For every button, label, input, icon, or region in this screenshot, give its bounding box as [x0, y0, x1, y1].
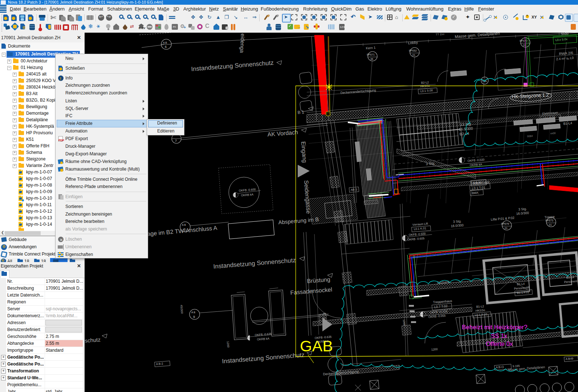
svg-text:01: 01 — [412, 54, 415, 56]
svg-text:3 Stg.: 3 Stg. — [518, 207, 527, 211]
svg-text:SPS52: SPS52 — [409, 49, 417, 52]
svg-text:xx00: xx00 — [550, 132, 556, 135]
svg-text:B1-L4: B1-L4 — [517, 282, 525, 286]
svg-text:eidenga: eidenga — [239, 33, 246, 53]
svg-text:Kern 1: Kern 1 — [366, 46, 375, 50]
svg-text:01: 01 — [549, 224, 552, 226]
svg-text:Offerte 0x: Offerte 0x — [486, 340, 513, 347]
svg-text:9.195: 9.195 — [512, 364, 520, 368]
svg-text:6: 6 — [165, 45, 167, 49]
svg-text:01: 01 — [505, 227, 508, 229]
svg-text:BMA: BMA — [472, 191, 479, 195]
svg-text:1200: 1200 — [226, 341, 230, 348]
svg-text:A B: A B — [163, 41, 167, 44]
svg-text:Lobby: Lobby — [408, 40, 418, 45]
svg-text:0084: 0084 — [527, 135, 533, 138]
svg-text:A B-41: A B-41 — [473, 181, 482, 185]
svg-text:SPS72: SPS72 — [520, 40, 528, 42]
svg-text:1200: 1200 — [402, 319, 406, 326]
svg-text:A B49: A B49 — [565, 357, 574, 361]
svg-text:9: 9 — [193, 315, 195, 319]
svg-text:SS 1x: SS 1x — [491, 332, 508, 339]
svg-text:1200: 1200 — [431, 348, 438, 351]
svg-text:A B: A B — [182, 224, 186, 226]
svg-text:AB-3: AB-3 — [350, 188, 357, 192]
svg-text:3 Stg.: 3 Stg. — [453, 219, 461, 224]
svg-text:A B+3: A B+3 — [496, 365, 504, 369]
svg-text:45/300: 45/300 — [180, 305, 184, 314]
svg-text:SPS71: SPS71 — [367, 53, 375, 56]
svg-text:7: 7 — [175, 139, 177, 143]
svg-text:A B: A B — [191, 311, 195, 314]
svg-text:36: 36 — [370, 58, 373, 60]
svg-text:B1-L2: B1-L2 — [476, 305, 484, 309]
svg-text:E..g..: E..g.. — [322, 313, 327, 321]
svg-text:Beheizt mit Heizkörper?: Beheizt mit Heizkörper? — [462, 324, 527, 331]
svg-text:schutz: schutz — [85, 336, 101, 344]
svg-text:B1-L4: B1-L4 — [563, 121, 572, 126]
svg-text:A B-2: A B-2 — [156, 362, 163, 366]
